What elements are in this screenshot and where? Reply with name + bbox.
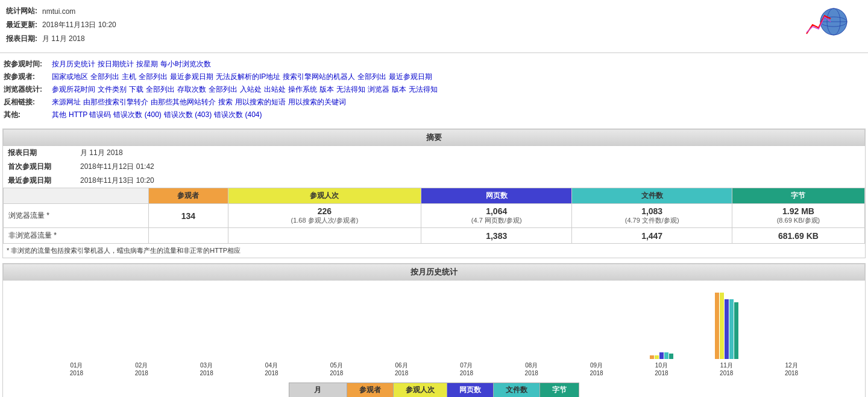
nav-link-other-sites[interactable]: 由那些其他网站转介 [151, 97, 216, 107]
x-year-label-2: 2018 [200, 370, 213, 376]
nav-link-robots[interactable]: 搜索引擎网站的机器人 [283, 72, 355, 82]
last-visit-value: 2018年11月13日 10:20 [75, 174, 865, 188]
nav-link-error404[interactable]: 错误次数 (404) [214, 110, 262, 120]
nav-link-os[interactable]: 操作系统 [288, 84, 317, 95]
nav-link-unresolved-ip[interactable]: 无法反解析的IP地址 [216, 72, 280, 82]
nav-link-browser[interactable]: 浏览器 [368, 84, 389, 95]
x-label-group-2: 03月2018 [175, 361, 238, 376]
footnote: * 非浏览的流量包括搜索引擎机器人，蠕虫病毒产生的流量和非正常的HTTP相应 [3, 244, 865, 258]
other-label: 其他: [4, 110, 52, 120]
col-bytes: 字节 [732, 188, 864, 204]
bar-10-3 [729, 299, 734, 359]
nav-link-all3[interactable]: 全部列出 [357, 72, 386, 82]
x-year-label-10: 2018 [720, 370, 733, 376]
nav-link-all4[interactable]: 全部列出 [146, 84, 175, 95]
nav-link-daily-stats[interactable]: 按日期统计 [98, 59, 134, 69]
nav-link-last-visit2[interactable]: 最近参观日期 [389, 72, 432, 82]
browser-files: 1,083 (4.79 文件数/参观) [572, 204, 732, 228]
nav-link-country[interactable]: 国家或地区 [52, 72, 88, 82]
logo-globe [546, 4, 861, 42]
x-year-label-0: 2018 [70, 370, 83, 376]
nav-link-host[interactable]: 主机 [122, 72, 136, 82]
nav-link-version2[interactable]: 版本 [392, 84, 406, 95]
legend-col-pages: 网页数 [447, 383, 494, 398]
x-label-group-8: 09月2018 [565, 361, 628, 376]
x-label-group-6: 07月2018 [435, 361, 498, 376]
x-month-label-3: 04月 [265, 361, 278, 370]
x-month-label-7: 08月 [525, 361, 538, 370]
bar-group-10 [695, 293, 758, 359]
bar-9-2 [659, 352, 664, 359]
nav-link-referer-url[interactable]: 来源网址 [52, 97, 81, 107]
referer-links-container: 来源网址 由那些搜索引擎转介 由那些其他网站转介 搜索 用以搜索的短语 用以搜索… [52, 97, 346, 107]
browser-links-container: 参观所花时间 文件类别 下载 全部列出 存取次数 全部列出 入站处 出站处 操作… [52, 84, 438, 95]
report-value: 月 11月 2018 [42, 33, 116, 45]
x-month-label-5: 06月 [395, 361, 408, 370]
x-year-label-1: 2018 [135, 370, 148, 376]
nav-link-keywords[interactable]: 用以搜索的关键词 [288, 97, 346, 107]
col-visits: 参观人次 [228, 188, 421, 204]
x-month-label-1: 02月 [135, 361, 148, 370]
x-year-label-5: 2018 [395, 370, 408, 376]
nav-link-entry[interactable]: 入站处 [240, 84, 262, 95]
nav-link-file-type[interactable]: 文件类别 [98, 84, 127, 95]
x-label-group-0: 01月2018 [45, 361, 108, 376]
x-month-label-4: 05月 [330, 361, 343, 370]
nav-link-time-spent[interactable]: 参观所花时间 [52, 84, 95, 95]
x-month-label-10: 11月 [720, 361, 733, 370]
bar-group-9 [630, 352, 693, 359]
x-label-group-11: 12月2018 [760, 361, 823, 376]
x-label-group-4: 05月2018 [305, 361, 368, 376]
nonbrowser-files: 1,447 [572, 228, 732, 244]
nav-link-unknown2[interactable]: 无法得知 [409, 84, 438, 95]
last-visit-label: 最近参观日期 [3, 174, 75, 188]
nav-link-error403[interactable]: 错误次数 (403) [164, 110, 212, 120]
legend-col-files: 文件数 [494, 383, 540, 398]
nav-link-phrases[interactable]: 用以搜索的短语 [235, 97, 286, 107]
nav-link-search[interactable]: 搜索 [218, 97, 233, 107]
bar-10-1 [720, 293, 724, 359]
x-year-label-8: 2018 [590, 370, 603, 376]
report-date-label: 报表日期 [3, 146, 75, 160]
nav-link-all2[interactable]: 全部列出 [139, 72, 168, 82]
browser-pages: 1,064 (4.7 网页数/参观) [421, 204, 572, 228]
x-year-label-11: 2018 [785, 370, 798, 376]
nav-link-all1[interactable]: 全部列出 [90, 72, 119, 82]
browser-bytes: 1.92 MB (8.69 KB/参观) [732, 204, 864, 228]
nav-link-all5[interactable]: 全部列出 [209, 84, 237, 95]
nav-link-weekly[interactable]: 按星期 [136, 59, 158, 69]
x-month-label-8: 09月 [590, 361, 603, 370]
visitor-label: 按参观者: [4, 72, 52, 82]
x-label-group-1: 02月2018 [110, 361, 173, 376]
x-year-label-3: 2018 [265, 370, 278, 376]
nav-link-access[interactable]: 存取次数 [177, 84, 206, 95]
x-month-label-6: 07月 [460, 361, 473, 370]
nav-link-exit[interactable]: 出站处 [264, 84, 286, 95]
report-date-value: 月 11月 2018 [75, 146, 865, 160]
x-year-label-6: 2018 [460, 370, 473, 376]
nav-link-last-visit-date[interactable]: 最近参观日期 [170, 72, 213, 82]
x-label-group-3: 04月2018 [241, 361, 303, 376]
browser-visits: 226 (1.68 参观人次/参观者) [228, 204, 421, 228]
bar-10-4 [734, 302, 738, 359]
legend-col-visitors: 参观者 [347, 383, 394, 398]
nav-link-error400[interactable]: 错误次数 (400) [113, 110, 161, 120]
nav-link-search-engines[interactable]: 由那些搜索引擎转介 [83, 97, 148, 107]
nav-link-hourly[interactable]: 每小时浏览次数 [160, 59, 211, 69]
x-label-group-10: 11月2018 [695, 361, 758, 376]
nav-link-http-errors[interactable]: HTTP 错误码 [69, 110, 111, 120]
chart-area: 01月201802月201803月201804月201805月201806月20… [3, 281, 865, 397]
x-month-label-9: 10月 [655, 361, 668, 370]
nav-link-monthly-history[interactable]: 按月历史统计 [52, 59, 95, 69]
nav-link-download[interactable]: 下载 [129, 84, 143, 95]
x-year-label-4: 2018 [330, 370, 343, 376]
updated-label: 最近更新: [6, 19, 41, 31]
first-visit-label: 首次参观日期 [3, 160, 75, 174]
legend-col-month: 月 [289, 383, 347, 398]
bar-9-0 [650, 355, 654, 359]
bar-9-4 [669, 354, 673, 359]
first-visit-value: 2018年11月12日 01:42 [75, 160, 865, 174]
nav-link-other[interactable]: 其他 [52, 110, 66, 120]
nav-link-version1[interactable]: 版本 [319, 84, 334, 95]
nav-link-unknown1[interactable]: 无法得知 [336, 84, 365, 95]
